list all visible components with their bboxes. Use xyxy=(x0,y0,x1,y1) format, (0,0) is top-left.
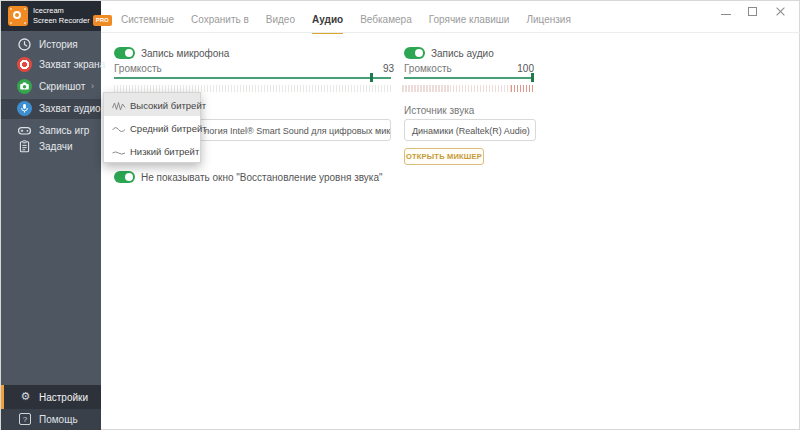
sidebar-item-screenshot[interactable]: Скриншот › xyxy=(1,77,101,97)
audio-device-select-value: Динамики (Realtek(R) Audio) xyxy=(412,126,530,136)
chevron-right-icon: › xyxy=(91,103,94,113)
tabbar-divider xyxy=(101,32,800,33)
waveform-high-icon xyxy=(112,101,126,112)
open-mixer-button[interactable]: ОТКРЫТЬ МИКШЕР xyxy=(404,148,484,165)
tab-system[interactable]: Системные xyxy=(121,14,174,34)
tasks-icon xyxy=(17,139,33,155)
sidebar: Icecream Screen RecorderPRO История Захв… xyxy=(1,1,101,430)
microphone-icon xyxy=(17,101,33,117)
sidebar-item-audio-capture[interactable]: Захват аудио › xyxy=(1,99,101,119)
app-title: Icecream Screen RecorderPRO xyxy=(33,6,112,26)
active-accent-bar xyxy=(1,385,4,409)
mic-record-toggle-label: Запись микрофона xyxy=(141,48,229,59)
chevron-down-icon: ⌄ xyxy=(375,124,383,134)
tab-audio[interactable]: Аудио xyxy=(312,14,343,34)
maximize-icon xyxy=(748,7,757,16)
hide-volume-restore-toggle[interactable] xyxy=(114,171,135,183)
maximize-button[interactable] xyxy=(747,6,759,18)
minimize-button[interactable] xyxy=(720,6,732,18)
mic-level-meter xyxy=(114,85,391,92)
record-icon xyxy=(17,57,33,73)
tab-video[interactable]: Видео xyxy=(266,14,295,34)
waveform-medium-icon xyxy=(112,124,126,135)
tab-save-to[interactable]: Сохранить в xyxy=(191,14,249,34)
sidebar-item-screen-capture[interactable]: Захват экрана › xyxy=(1,55,101,75)
mic-volume-slider[interactable] xyxy=(114,77,391,79)
tab-hotkeys[interactable]: Горячие клавиши xyxy=(429,14,510,34)
history-icon xyxy=(17,37,33,53)
minimize-icon xyxy=(721,14,731,15)
mic-volume-label: Громкость xyxy=(114,63,162,74)
mic-record-toggle[interactable] xyxy=(114,47,135,59)
pro-badge: PRO xyxy=(93,15,112,26)
sidebar-item-help[interactable]: ? Помощь xyxy=(1,409,101,430)
audio-volume-value: 100 xyxy=(504,63,534,74)
settings-tabbar: Системные Сохранить в Видео Аудио Вебкам… xyxy=(121,14,571,34)
app-header: Icecream Screen RecorderPRO xyxy=(1,1,101,31)
audio-source-label: Источник звука xyxy=(404,105,474,116)
audio-volume-slider[interactable] xyxy=(404,77,534,79)
app-window: Icecream Screen RecorderPRO История Захв… xyxy=(0,0,800,430)
menu-item-high-bitrate[interactable]: Высокий битрейт xyxy=(104,93,200,116)
chevron-right-icon: › xyxy=(91,81,94,91)
close-button[interactable] xyxy=(775,6,787,18)
tab-webcam[interactable]: Вебкамера xyxy=(360,14,412,34)
chevron-right-icon: › xyxy=(91,59,94,69)
sidebar-item-tasks[interactable]: Задачи xyxy=(1,137,101,157)
gear-icon: ⚙ xyxy=(19,390,32,403)
screenshot-icon xyxy=(17,79,33,95)
sidebar-item-history[interactable]: История xyxy=(1,35,101,55)
audio-record-toggle[interactable] xyxy=(404,47,425,59)
audio-volume-label: Громкость xyxy=(404,63,452,74)
mic-volume-value: 93 xyxy=(364,63,394,74)
help-icon: ? xyxy=(19,413,31,425)
audio-level-meter-hot xyxy=(511,85,534,92)
audio-record-toggle-label: Запись аудио xyxy=(431,48,494,59)
mic-volume-slider-handle[interactable] xyxy=(370,73,373,82)
audio-volume-slider-handle[interactable] xyxy=(531,73,534,82)
mic-device-select-value: логия Intel® Smart Sound для цифровых ми… xyxy=(204,126,391,136)
bitrate-dropdown-menu: Высокий битрейт Средний битрейт Низкий б… xyxy=(103,92,201,163)
chevron-down-icon: ⌄ xyxy=(520,124,528,134)
sidebar-item-settings[interactable]: ⚙ Настройки xyxy=(1,385,101,409)
menu-item-medium-bitrate[interactable]: Средний битрейт xyxy=(104,116,200,139)
audio-device-select[interactable]: Динамики (Realtek(R) Audio) ⌄ xyxy=(404,119,536,141)
tab-license[interactable]: Лицензия xyxy=(526,14,570,34)
app-logo-icon xyxy=(8,6,28,26)
menu-item-low-bitrate[interactable]: Низкий битрейт xyxy=(104,139,200,162)
hide-volume-restore-label: Не показывать окно "Восстановление уровн… xyxy=(141,172,383,183)
waveform-low-icon xyxy=(112,147,126,158)
